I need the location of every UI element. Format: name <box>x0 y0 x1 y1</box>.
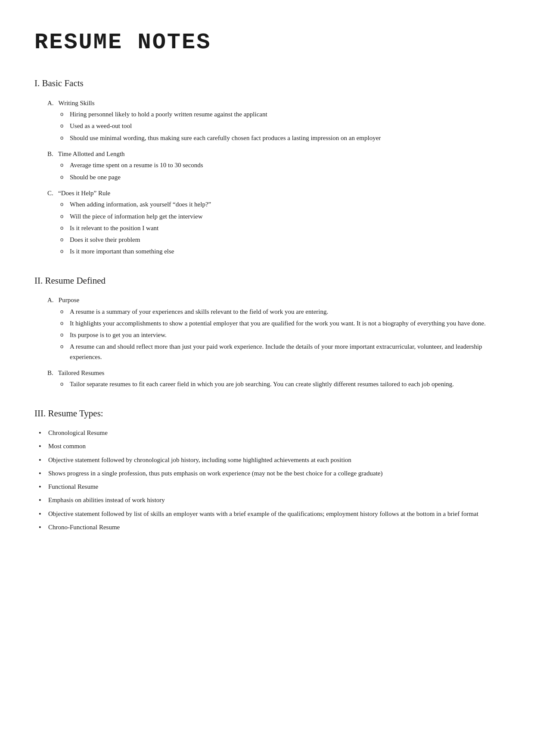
subsection-C-heading: C. “Does it Help” Rule <box>47 188 500 198</box>
subsection-C-list: When adding information, ask yourself “d… <box>60 200 500 256</box>
list-item: Tailor separate resumes to fit each care… <box>60 379 500 389</box>
subsection-B-heading: B. Time Allotted and Length <box>47 149 500 159</box>
list-item: Objective statement followed by chronolo… <box>39 455 500 465</box>
list-item: Should be one page <box>60 172 500 182</box>
list-item: Average time spent on a resume is 10 to … <box>60 160 500 170</box>
list-item: Hiring personnel likely to hold a poorly… <box>60 109 500 119</box>
subsection-IIB-list: Tailor separate resumes to fit each care… <box>60 379 500 389</box>
list-item: It highlights your accomplishments to sh… <box>60 319 500 328</box>
page-title: RESUME NOTES <box>34 26 500 59</box>
subsection-C: C. “Does it Help” Rule When adding infor… <box>47 188 500 257</box>
list-item: Emphasis on abilities instead of work hi… <box>39 495 500 505</box>
list-item: Objective statement followed by list of … <box>39 509 500 519</box>
subsection-A-heading: A. Writing Skills <box>47 98 500 108</box>
section-III-list: Chronological Resume Most common Objecti… <box>39 428 500 532</box>
list-item: Does it solve their problem <box>60 235 500 245</box>
list-item: When adding information, ask yourself “d… <box>60 200 500 209</box>
subsection-IIA: A. Purpose A resume is a summary of your… <box>47 295 500 362</box>
list-item: Should use minimal wording, thus making … <box>60 133 500 143</box>
list-item: Most common <box>39 441 500 451</box>
list-item: Functional Resume <box>39 482 500 492</box>
subsection-IIA-heading: A. Purpose <box>47 295 500 305</box>
section-II: II. Resume Defined A. Purpose A resume i… <box>34 274 500 390</box>
list-item: Its purpose is to get you an interview. <box>60 330 500 340</box>
subsection-B: B. Time Allotted and Length Average time… <box>47 149 500 182</box>
section-I-heading: I. Basic Facts <box>34 77 500 91</box>
section-I: I. Basic Facts A. Writing Skills Hiring … <box>34 77 500 257</box>
section-III: III. Resume Types: Chronological Resume … <box>34 407 500 533</box>
subsection-IIA-list: A resume is a summary of your experience… <box>60 307 500 362</box>
list-item: Is it relevant to the position I want <box>60 223 500 233</box>
list-item: A resume can and should reflect more tha… <box>60 342 500 362</box>
list-item: Used as a weed-out tool <box>60 121 500 131</box>
subsection-B-list: Average time spent on a resume is 10 to … <box>60 160 500 182</box>
list-item: Will the piece of information help get t… <box>60 212 500 222</box>
list-item: Chrono-Functional Resume <box>39 522 500 532</box>
list-item: A resume is a summary of your experience… <box>60 307 500 317</box>
subsection-A-list: Hiring personnel likely to hold a poorly… <box>60 109 500 143</box>
section-III-heading: III. Resume Types: <box>34 407 500 421</box>
subsection-A: A. Writing Skills Hiring personnel likel… <box>47 98 500 143</box>
section-II-heading: II. Resume Defined <box>34 274 500 288</box>
list-item: Is it more important than something else <box>60 247 500 256</box>
list-item: Chronological Resume <box>39 428 500 438</box>
subsection-IIB: B. Tailored Resumes Tailor separate resu… <box>47 368 500 390</box>
subsection-IIB-heading: B. Tailored Resumes <box>47 368 500 378</box>
list-item: Shows progress in a single profession, t… <box>39 469 500 478</box>
